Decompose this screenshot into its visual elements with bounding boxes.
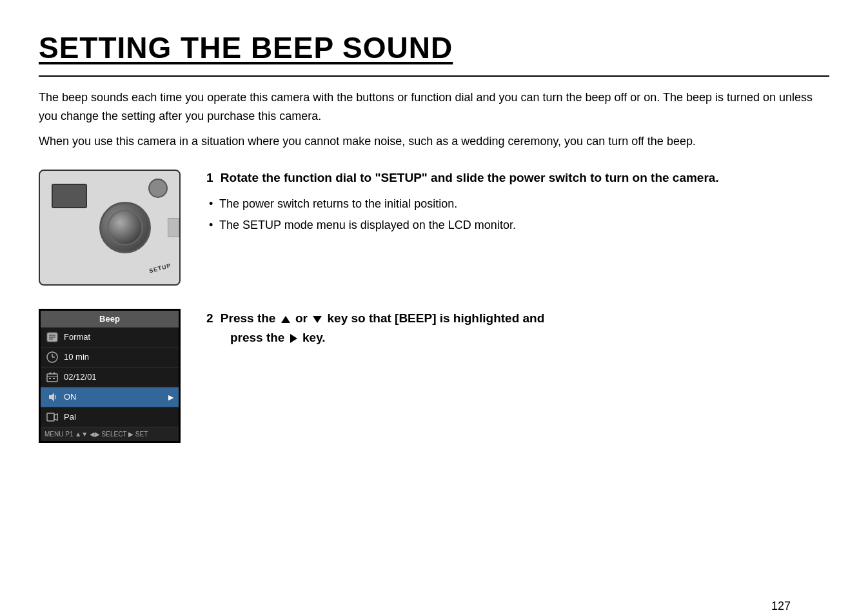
step1-bullet-1: The power switch returns to the initial … xyxy=(206,195,829,213)
svg-rect-16 xyxy=(47,413,54,421)
menu-label-format: Format xyxy=(64,331,173,344)
step2-or: or xyxy=(295,311,308,325)
step1-content: 1 Rotate the function dial to "SETUP" an… xyxy=(206,170,829,237)
clock-icon xyxy=(46,351,59,364)
arrow-down-icon xyxy=(313,316,322,323)
svg-marker-17 xyxy=(54,414,57,420)
step1-header: 1 Rotate the function dial to "SETUP" an… xyxy=(206,170,829,187)
menu-title: Beep xyxy=(41,311,179,327)
menu-label-timer: 10 min xyxy=(64,351,173,364)
step1-bullet-2: The SETUP mode menu is displayed on the … xyxy=(206,216,829,235)
camera-viewfinder xyxy=(52,184,87,208)
step2-text: 2 Press the or key so that [BEEP] is hig… xyxy=(206,309,829,347)
menu-label-date: 02/12/01 xyxy=(64,371,173,384)
svg-point-8 xyxy=(54,352,55,353)
step1-number: 1 xyxy=(206,171,213,184)
camera-lens-inner xyxy=(108,210,143,246)
menu-screen: Beep Format xyxy=(39,309,181,443)
camera-diagram: SETUP xyxy=(39,170,181,286)
video-icon xyxy=(46,411,59,424)
beep-icon xyxy=(46,391,59,404)
step2-key-label: key. xyxy=(302,331,326,344)
arrow-up-icon xyxy=(281,316,290,323)
svg-point-7 xyxy=(50,352,51,353)
step2-key-highlighted: key so that [BEEP] is highlighted and xyxy=(328,311,545,325)
format-icon xyxy=(46,331,59,344)
menu-beep-arrow: ▶ xyxy=(168,392,173,403)
intro-paragraph-1: The beep sounds each time you operate th… xyxy=(39,88,829,126)
intro-paragraph-2: When you use this camera in a situation … xyxy=(39,132,829,151)
calendar-icon xyxy=(46,371,59,384)
menu-row-pal: Pal xyxy=(41,407,179,427)
menu-screen-container: Beep Format xyxy=(39,309,181,443)
step1-bullets: The power switch returns to the initial … xyxy=(206,195,829,235)
svg-point-11 xyxy=(50,372,52,374)
step1-heading: Rotate the function dial to "SETUP" and … xyxy=(221,171,719,184)
step2-press-the-right: press the xyxy=(230,331,284,344)
menu-row-beep: ON ▶ xyxy=(41,387,179,407)
title-divider xyxy=(39,75,829,77)
svg-point-12 xyxy=(54,372,55,374)
svg-rect-13 xyxy=(49,378,51,379)
step2-section: Beep Format xyxy=(39,309,829,443)
step2-content: 2 Press the or key so that [BEEP] is hig… xyxy=(206,309,829,347)
camera-lens xyxy=(99,202,151,253)
page-title: SETTING THE BEEP SOUND xyxy=(39,26,829,70)
camera-card-slot xyxy=(168,218,179,237)
menu-row-format: Format xyxy=(41,327,179,347)
menu-footer-text: MENU P1 ▲▼ ◀▶ SELECT ▶ SET xyxy=(44,429,148,439)
arrow-right-icon xyxy=(290,334,297,343)
setup-label: SETUP xyxy=(148,262,172,276)
menu-footer: MENU P1 ▲▼ ◀▶ SELECT ▶ SET xyxy=(41,427,179,441)
camera-dial xyxy=(148,179,168,198)
menu-row-timer: 10 min xyxy=(41,347,179,367)
svg-rect-14 xyxy=(53,378,55,379)
step2-press-the-up: Press the xyxy=(221,311,276,325)
menu-label-beep: ON xyxy=(64,391,163,404)
menu-label-pal: Pal xyxy=(64,411,173,424)
camera-diagram-container: SETUP xyxy=(39,170,181,286)
svg-marker-15 xyxy=(49,393,54,402)
svg-rect-9 xyxy=(47,374,57,382)
menu-row-date: 02/12/01 xyxy=(41,367,179,387)
step2-number: 2 xyxy=(206,311,213,325)
page-number: 127 xyxy=(771,598,791,615)
step1-section: SETUP 1 Rotate the function dial to "SET… xyxy=(39,170,829,286)
